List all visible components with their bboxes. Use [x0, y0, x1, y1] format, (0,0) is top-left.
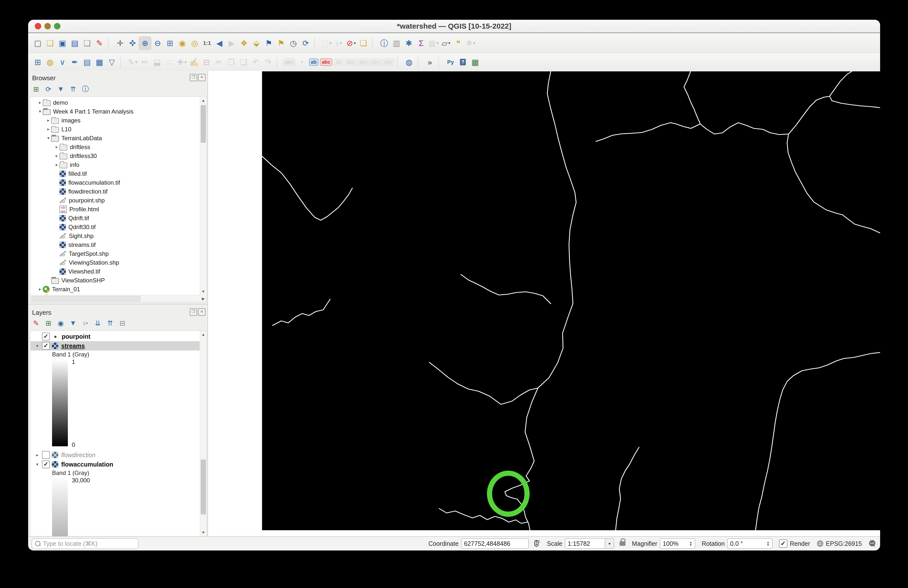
- zoom-native-button[interactable]: 1:1: [201, 37, 213, 50]
- browser-item-targetspot-shp[interactable]: TargetSpot.shp: [31, 249, 200, 258]
- browser-close-button[interactable]: ✕: [198, 74, 206, 81]
- new-bookmark-button[interactable]: ⚑: [275, 37, 287, 50]
- browser-item-sight-shp[interactable]: Sight.shp: [31, 232, 200, 240]
- browser-item-viewingstation-shp[interactable]: ViewingStation.shp: [31, 258, 200, 267]
- deselect-all-dropdown-arrow[interactable]: ▾: [354, 41, 356, 45]
- move-label-button[interactable]: abc: [357, 56, 369, 69]
- mouse-extents-icon[interactable]: [532, 540, 541, 548]
- messages-icon[interactable]: [868, 540, 877, 548]
- select-by-expression-button[interactable]: ε▾: [333, 37, 345, 50]
- coordinate-input[interactable]: 627752,4848486: [461, 538, 529, 549]
- crs-status[interactable]: EPSG:26915: [826, 540, 862, 547]
- new-gpx-layer-button[interactable]: ▤: [81, 56, 93, 69]
- current-edits-button[interactable]: ✎▾: [127, 56, 138, 69]
- browser-item-l10[interactable]: ▸L10: [31, 125, 200, 134]
- show-hide-labels-button[interactable]: ab: [333, 56, 345, 69]
- browser-vscrollbar[interactable]: ▲ ▼: [200, 97, 206, 295]
- reload-attribute-table-button[interactable]: ▦: [469, 56, 481, 69]
- collapse-all-button[interactable]: ⇈: [69, 85, 77, 93]
- open-attribute-table-button[interactable]: ▦▾: [428, 37, 440, 50]
- browser-item-filled-tif[interactable]: filled.tif: [31, 169, 200, 178]
- add-group-button[interactable]: ⊞: [44, 319, 53, 327]
- modify-attributes-button[interactable]: ✍: [188, 56, 200, 69]
- save-layer-edits-button[interactable]: ⬓: [151, 56, 163, 69]
- style-manager-button[interactable]: ✎: [93, 37, 105, 50]
- select-features-button[interactable]: ⬚▾: [320, 37, 332, 50]
- cut-features-button[interactable]: ✂: [213, 56, 225, 69]
- layer-diagram-options-button[interactable]: ◔: [295, 56, 307, 69]
- measure-dropdown-arrow[interactable]: ▾: [448, 41, 450, 45]
- help-contents-button[interactable]: ?: [457, 56, 469, 69]
- browser-item-terrainlabdata[interactable]: ▾TerrainLabData: [31, 134, 200, 143]
- select-features-dropdown-arrow[interactable]: ▾: [330, 41, 332, 45]
- layer-checkbox[interactable]: ✓: [42, 342, 50, 350]
- scroll-right-button[interactable]: ▶: [200, 295, 206, 302]
- browser-item-flowaccumulation-tif[interactable]: flowaccumulation.tif: [31, 178, 200, 187]
- pan-map-button[interactable]: ✛: [114, 37, 126, 50]
- layer-row-flowaccumulation[interactable]: ▾ ✓ flowaccumulation: [31, 460, 200, 469]
- zoom-in-button[interactable]: ⊕: [139, 37, 151, 50]
- browser-item-demo[interactable]: ▸demo: [31, 98, 200, 107]
- filter-by-expression-dropdown-arrow[interactable]: ▾: [86, 321, 88, 325]
- statistical-summary-button[interactable]: ▥: [391, 37, 402, 50]
- zoom-out-button[interactable]: ⊖: [152, 37, 164, 50]
- refresh-browser-button[interactable]: ⟳: [44, 85, 53, 93]
- select-by-form-button[interactable]: ❏: [357, 37, 369, 50]
- expand-arrow-icon[interactable]: ▸: [54, 161, 60, 169]
- open-layer-styling-button[interactable]: ✎: [32, 319, 40, 327]
- show-sum-button[interactable]: Σ: [415, 37, 427, 50]
- layers-vscrollbar[interactable]: ▲ ▼: [200, 331, 206, 536]
- collapse-arrow-icon[interactable]: ▾: [34, 462, 40, 467]
- highlight-pinned-labels-button[interactable]: abc: [320, 56, 332, 69]
- map-canvas[interactable]: [208, 71, 880, 536]
- browser-item-viewshed-tif[interactable]: Viewshed.tif: [31, 267, 200, 276]
- vertex-tool-button[interactable]: ✚▾: [176, 56, 188, 69]
- undo-button[interactable]: ↶: [250, 56, 262, 69]
- add-selected-layers-button[interactable]: ⊞: [32, 85, 40, 93]
- collapse-arrow-icon[interactable]: ▾: [34, 343, 40, 348]
- layer-checkbox[interactable]: ✓: [42, 461, 50, 468]
- save-project-as-button[interactable]: ▤: [69, 37, 80, 50]
- scale-input[interactable]: 1:15782: [565, 538, 605, 549]
- scroll-down-button[interactable]: ▼: [200, 529, 206, 536]
- browser-item-driftless[interactable]: ▸driftless: [31, 143, 200, 151]
- browser-hscrollbar[interactable]: ▶: [31, 295, 200, 302]
- manage-map-themes-button[interactable]: ◉: [56, 319, 65, 327]
- expand-all-layers-button[interactable]: ⇊: [93, 319, 102, 327]
- filter-by-expression-button[interactable]: ε▾: [81, 319, 90, 327]
- new-shapefile-layer-button[interactable]: ∨: [56, 56, 68, 69]
- scroll-up-button[interactable]: ▲: [200, 331, 206, 338]
- browser-item-qdrift-tif[interactable]: Qdrift.tif: [31, 214, 200, 223]
- new-3d-map-view-button[interactable]: ⬙: [250, 37, 262, 50]
- enable-properties-widget-button[interactable]: ⓘ: [81, 85, 90, 93]
- magnifier-input[interactable]: 100% ▲▼: [660, 538, 695, 549]
- identify-features-button[interactable]: ⓘ: [378, 37, 390, 50]
- collapse-all-layers-button[interactable]: ⇈: [106, 319, 114, 327]
- python-console-button[interactable]: Py: [444, 56, 456, 69]
- zoom-full-extent-button[interactable]: ⊞: [164, 37, 176, 50]
- temporal-controller-button[interactable]: ◷: [287, 37, 299, 50]
- open-attribute-table-dropdown-arrow[interactable]: ▾: [437, 41, 439, 45]
- locate-input[interactable]: Type to locate (⌘K): [32, 538, 138, 549]
- browser-item-streams-tif[interactable]: streams.tif: [31, 240, 200, 249]
- deselect-all-button[interactable]: ⊘▾: [345, 37, 357, 50]
- zoom-next-button[interactable]: ▶: [226, 37, 238, 50]
- pan-to-selection-button[interactable]: ✜: [127, 37, 138, 50]
- browser-item-profile-html[interactable]: </>Profile.html: [31, 205, 200, 214]
- new-print-layout-button[interactable]: ❑: [81, 37, 93, 50]
- layer-row-flowdirection[interactable]: ▸ flowdirection: [31, 450, 200, 460]
- processing-toolbox-button[interactable]: ✱: [403, 37, 415, 50]
- browser-item-flowdirection-tif[interactable]: flowdirection.tif: [31, 187, 200, 196]
- add-record-button[interactable]: ∴: [164, 56, 175, 69]
- scroll-up-button[interactable]: ▲: [200, 97, 206, 104]
- show-bookmarks-button[interactable]: ⚑: [263, 37, 275, 50]
- browser-item-terrain-01[interactable]: ▸Terrain_01: [31, 285, 200, 294]
- layer-checkbox[interactable]: ✓: [42, 332, 50, 340]
- toolbar-overflow-button[interactable]: »: [424, 56, 436, 69]
- magnifier-stepper[interactable]: ▲▼: [689, 541, 692, 546]
- scale-dropdown-button[interactable]: ▼: [605, 538, 614, 549]
- metasearch-button[interactable]: ◍: [403, 56, 415, 69]
- zoom-last-button[interactable]: ◀: [213, 37, 225, 50]
- layer-labeling-options-button[interactable]: abc: [283, 56, 295, 69]
- redo-button[interactable]: ↷: [262, 56, 274, 69]
